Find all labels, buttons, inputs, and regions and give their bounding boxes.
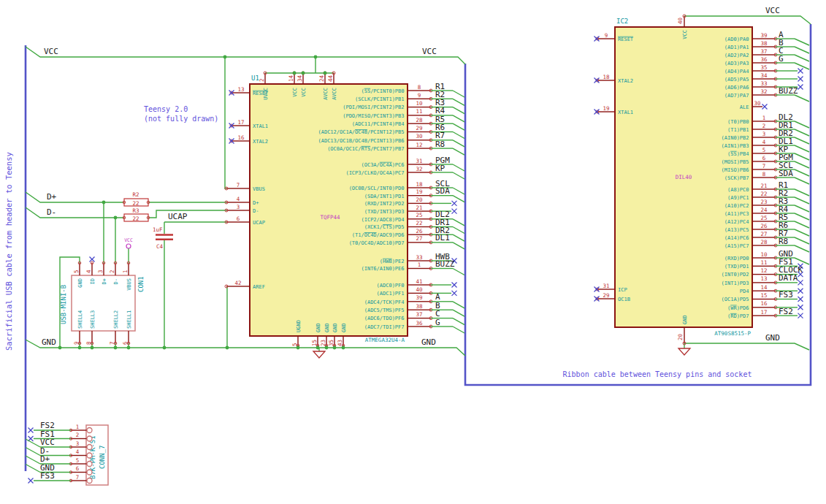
net-label-vcc-left[interactable]: VCC — [44, 47, 58, 56]
net-label[interactable]: SDA — [779, 169, 793, 178]
u1-part-name: ATMEGA32U4-A — [365, 337, 405, 343]
net-label[interactable]: R8 — [435, 140, 445, 149]
pin-name: VCC — [301, 88, 307, 97]
bus-entry — [795, 221, 809, 228]
pin-name: (T1)PB1 — [727, 127, 749, 133]
pin-number: 26 — [416, 228, 423, 234]
vbus-riser-wire — [225, 57, 226, 188]
bus-entry — [453, 310, 464, 316]
net-label[interactable]: DATA — [779, 273, 798, 283]
pin-name: ALE — [740, 104, 749, 110]
pin-name: (OC0B/SCL/INT0)PD0 — [349, 186, 405, 191]
pin-name: XTAL1 — [618, 110, 633, 115]
bus-entry — [795, 205, 809, 212]
pin-name: (SS)PB4 — [727, 151, 749, 157]
pin-number: 31 — [603, 283, 609, 289]
net-label[interactable]: SDA — [435, 186, 450, 196]
net-label-dplus[interactable]: D+ — [47, 192, 57, 202]
net-label[interactable]: DL1 — [435, 233, 450, 243]
net-label[interactable]: BUZZ — [435, 259, 455, 269]
junction-dot — [314, 56, 318, 59]
pin-name: (RD)PD7 — [727, 313, 749, 319]
bus-entry — [453, 99, 464, 105]
pin-number: 19 — [416, 188, 422, 195]
bus-entry — [795, 177, 809, 184]
r3-reference: R3 — [132, 207, 139, 214]
net-label-ic2-gnd[interactable]: GND — [765, 333, 780, 343]
net-label[interactable]: KP — [435, 164, 445, 173]
net-label[interactable]: FS3 — [40, 471, 55, 481]
net-label[interactable]: G — [779, 54, 784, 64]
vcc-power-symbol[interactable]: VCC — [124, 237, 133, 248]
pin-number: 35 — [328, 340, 334, 346]
side-note: Sacrificial USB cable from header to Tee… — [4, 152, 13, 351]
pin-name: (ADC5/TMS)PF5 — [364, 308, 405, 313]
pin-number: 38 — [760, 40, 768, 47]
resistor-r2[interactable]: R2 22 — [123, 191, 150, 207]
net-label[interactable]: R8 — [779, 237, 788, 246]
r2-value: 22 — [132, 200, 139, 207]
pin-name: (A8)PC0 — [727, 187, 749, 193]
capacitor-c4[interactable]: 1uF C4 — [153, 226, 173, 250]
pin-number: 26 — [760, 223, 768, 229]
pin-number: 37 — [760, 48, 767, 55]
net-label-vcc-right[interactable]: VCC — [422, 47, 437, 56]
pin-number: 7 — [237, 182, 240, 188]
pin-number: 9 — [418, 92, 421, 99]
pin-name: (AIN0)PB2 — [722, 135, 749, 141]
bus-entry — [795, 197, 809, 204]
pin-name: VBUS — [253, 186, 265, 192]
net-label-ic2-vcc[interactable]: VCC — [765, 6, 780, 15]
pin-name: XTAL2 — [618, 78, 633, 84]
pin-name: VCC — [292, 88, 298, 97]
net-label[interactable]: BUZZ — [779, 86, 798, 96]
pin-name: UVCC — [263, 88, 269, 100]
net-label[interactable]: G — [435, 318, 440, 327]
pin-number: 9 — [73, 341, 80, 345]
net-label-gnd-left[interactable]: GND — [42, 337, 56, 347]
pin-name: AVCC — [323, 88, 329, 100]
pin-number: 20 — [677, 333, 684, 340]
pin-name: (RXD/INT2)PD2 — [364, 201, 405, 207]
pin-name: (SCLK/PCINT1)PB1 — [355, 96, 404, 102]
bus-entry — [795, 229, 809, 236]
pin-name: (A12)PC4 — [724, 219, 749, 225]
pin-name: PD4 — [740, 289, 749, 294]
junction-dot — [302, 72, 305, 75]
pin-name: SHELL4 — [77, 310, 83, 329]
pin-name: (ADC4/TCK)PF4 — [364, 299, 405, 305]
pin-number: 29 — [416, 125, 422, 131]
pin-name: (PDI/MOSI/PCINT2)PB2 — [343, 104, 404, 110]
bus-entry — [795, 47, 809, 53]
schematic-canvas[interactable]: R2 22 R3 22 1uF C4 VCC U1 ATMEGA32U4-A T… — [0, 0, 826, 504]
pin-name: GND — [324, 323, 330, 332]
pin-name: GND — [77, 278, 83, 288]
net-label[interactable]: FS3 — [779, 290, 793, 299]
resistor-r3[interactable]: R3 22 — [123, 207, 150, 222]
net-label-dminus[interactable]: D- — [47, 207, 56, 217]
pin-name: UCAP — [253, 220, 265, 226]
pin-name: SHELL2 — [113, 310, 119, 329]
net-label[interactable]: FS2 — [779, 307, 793, 316]
bus-entry — [453, 234, 464, 241]
pin-number: 11 — [416, 108, 422, 115]
net-label-ucap[interactable]: UCAP — [168, 212, 188, 221]
bus-entry — [795, 245, 809, 252]
pin-number: 32 — [416, 166, 422, 172]
pin-name: XTAL1 — [253, 123, 268, 129]
pin-number: 5 — [762, 147, 766, 153]
pin-name: (RXD)PD0 — [724, 256, 749, 261]
junction-dot — [325, 346, 329, 350]
pin-number: 3 — [762, 131, 766, 137]
bus-entry — [795, 145, 809, 152]
junction-dot — [342, 346, 345, 350]
bus-entry — [26, 456, 40, 464]
pin-number: 24 — [760, 207, 768, 213]
pin-name: (A9)PC1 — [727, 195, 749, 201]
pin-name: (ADC1)PF1 — [377, 291, 405, 297]
pin-number: 4 — [85, 270, 92, 273]
net-label-gnd-right[interactable]: GND — [421, 337, 436, 347]
bus-entry — [26, 448, 40, 456]
junction-dot — [78, 346, 82, 350]
pin-number: 18 — [603, 74, 610, 80]
